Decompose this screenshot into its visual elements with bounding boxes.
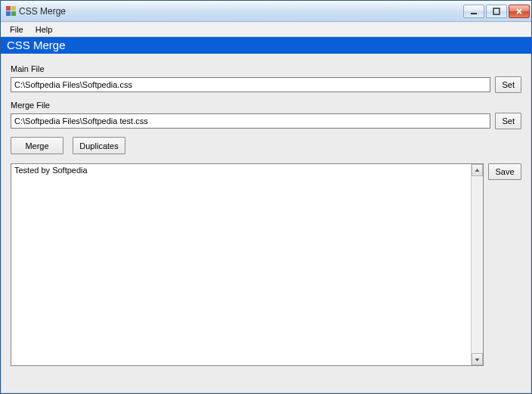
window-title: CSS Merge xyxy=(19,6,463,17)
maximize-button[interactable] xyxy=(486,5,507,18)
app-header-title: CSS Merge xyxy=(7,39,66,51)
svg-rect-1 xyxy=(493,8,500,14)
app-icon xyxy=(5,6,16,17)
merge-file-input[interactable] xyxy=(11,113,490,129)
output-textarea[interactable]: Tested by Softpedia xyxy=(11,164,471,365)
minimize-button[interactable] xyxy=(463,5,484,18)
menu-file[interactable]: File xyxy=(4,23,29,36)
merge-file-set-button[interactable]: Set xyxy=(495,113,521,129)
merge-file-label: Merge File xyxy=(11,101,521,110)
app-window: CSS Merge File Help CSS Merge Main File … xyxy=(0,0,532,394)
content-panel: Main File Set Merge File Set Merge Dupli… xyxy=(1,54,531,393)
merge-file-row: Set xyxy=(11,113,521,129)
scroll-down-arrow-icon[interactable] xyxy=(472,353,483,365)
output-scrollbar[interactable] xyxy=(471,164,483,365)
merge-button[interactable]: Merge xyxy=(11,137,63,154)
app-header: CSS Merge xyxy=(1,37,531,54)
duplicates-button[interactable]: Duplicates xyxy=(73,137,125,154)
output-textarea-wrap: Tested by Softpedia xyxy=(11,163,484,366)
scroll-up-arrow-icon[interactable] xyxy=(472,164,483,176)
menubar: File Help xyxy=(1,22,531,37)
main-file-label: Main File xyxy=(11,64,521,73)
main-file-row: Set xyxy=(11,76,521,93)
output-row: Tested by Softpedia Save xyxy=(11,163,521,368)
close-button[interactable] xyxy=(509,5,530,18)
main-file-input[interactable] xyxy=(11,77,490,92)
window-controls xyxy=(463,5,530,18)
main-file-set-button[interactable]: Set xyxy=(495,76,521,93)
save-column: Save xyxy=(488,163,521,180)
svg-rect-0 xyxy=(471,13,477,14)
titlebar[interactable]: CSS Merge xyxy=(1,1,531,22)
save-button[interactable]: Save xyxy=(488,163,521,180)
menu-help[interactable]: Help xyxy=(29,23,59,36)
action-row: Merge Duplicates xyxy=(11,137,521,154)
